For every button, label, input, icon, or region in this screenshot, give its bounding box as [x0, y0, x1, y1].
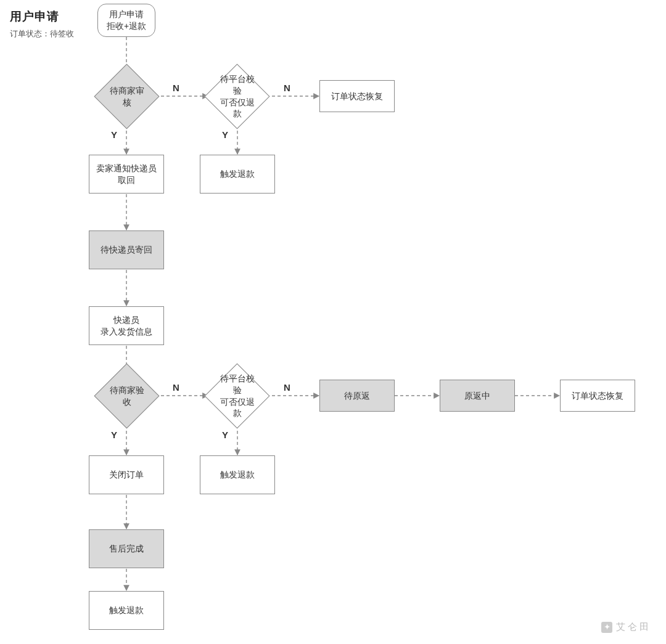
node-refund-1: 触发退款 — [200, 155, 275, 194]
label-d4-yes: Y — [222, 430, 228, 440]
node-close-order: 关闭订单 — [89, 455, 164, 494]
node-start: 用户申请拒收+退款 — [97, 4, 155, 37]
diagram-title: 用户申请 — [10, 9, 74, 25]
wechat-icon: ✦ — [601, 622, 612, 633]
label-d1-no: N — [173, 83, 179, 93]
label-d3-no: N — [173, 382, 179, 393]
node-merchant-inspect: 待商家验收 — [104, 373, 150, 419]
watermark-text: 艾仑田 — [616, 621, 651, 633]
label-d2-no: N — [284, 83, 290, 93]
node-notify-courier: 卖家通知快递员取回 — [89, 155, 164, 194]
label-d3-yes: Y — [111, 430, 117, 440]
node-platform-check-1: 待平台校验可否仅退款 — [214, 73, 260, 120]
node-aftersale-done: 售后完成 — [89, 529, 164, 568]
diagram-header: 用户申请 订单状态：待签收 — [10, 9, 74, 39]
node-wait-courier-return: 待快递员寄回 — [89, 230, 164, 269]
node-restore-2: 订单状态恢复 — [560, 380, 635, 412]
node-refund-2: 触发退款 — [200, 455, 275, 494]
label-d2-yes: Y — [222, 129, 228, 140]
node-merchant-review: 待商家审核 — [104, 73, 150, 120]
watermark: ✦ 艾仑田 — [601, 621, 651, 633]
node-platform-check-2: 待平台校验可否仅退款 — [214, 373, 260, 419]
node-refund-3: 触发退款 — [89, 591, 164, 630]
node-wait-return: 待原返 — [319, 380, 395, 412]
node-enter-shipping: 快递员录入发货信息 — [89, 306, 164, 345]
label-d1-yes: Y — [111, 129, 117, 140]
node-restore-1: 订单状态恢复 — [319, 80, 395, 112]
node-returning: 原返中 — [440, 380, 515, 412]
label-d4-no: N — [284, 382, 290, 393]
diagram-subtitle: 订单状态：待签收 — [10, 28, 74, 39]
